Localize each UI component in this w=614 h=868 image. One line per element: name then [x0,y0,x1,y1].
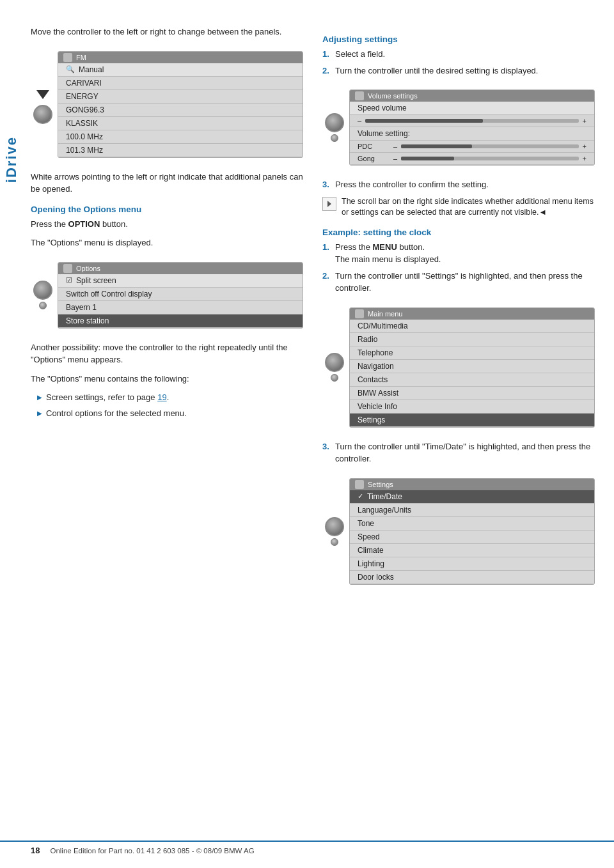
list-item: Lighting [350,557,594,571]
content-area: Move the controller to the left or right… [31,26,595,598]
screen5-titlebar: Settings [350,479,594,490]
controller-1 [31,85,55,124]
controller-dial-2 [33,281,52,300]
ex-step3-text: Turn the controller until "Time/Date" is… [335,440,595,465]
page-number: 18 [31,846,40,855]
list-item: Vehicle Info [350,400,594,414]
controller-dial-5 [325,517,344,536]
list-item: Switch off Control display [58,288,303,301]
contains-para: The "Options" menu contains the followin… [31,373,303,385]
screen5: Settings ✓ Time/Date Language/Units Tone… [349,478,595,585]
plus-pdc: + [583,143,586,150]
bar-fill-1 [365,119,482,123]
right-column: Adjusting settings 1. Select a field. 2.… [322,26,595,598]
controller-5 [322,517,347,546]
step3-text: Press the controller to confirm the sett… [335,178,489,191]
step-1: 1. Select a field. [322,48,595,61]
adjusting-heading: Adjusting settings [322,35,595,44]
screen3-titlebar: Volume settings [350,90,594,102]
options-option-bold: OPTION [68,219,100,229]
screen4-container: Main menu CD/Multimedia Radio Telephone … [322,301,595,434]
controller-small [39,302,47,309]
list-item: Door locks [350,571,594,584]
ex-step-1: 1. Press the MENU button. The main menu … [322,241,595,266]
list-item: Speed [350,531,594,544]
screen2: Options ☑ Split screen Switch off Contro… [58,262,303,329]
controller-small-4 [331,374,338,382]
arrow-down-icon [34,85,52,103]
back-symbol: ◄ [539,208,547,217]
sidebar-label: iDrive [0,64,23,256]
options-step1: Press the OPTION button. [31,218,303,231]
controller-small-3 [331,134,338,142]
list-item: Store station [58,314,303,328]
arrows-note: White arrows pointing to the left or rig… [31,171,303,196]
bullet-text-2: Control options for the selected menu. [46,407,187,420]
gong-label: Gong [358,155,390,162]
controller-3 [322,113,347,142]
minus-pdc: – [393,143,397,150]
list-item: Climate [350,544,594,557]
bullet-text-1: Screen settings, refer to page 19. [46,391,169,404]
controller-dial [33,105,52,124]
step1-text: Select a field. [335,48,385,61]
ex-step3-list: 3. Turn the controller until "Time/Date"… [322,440,595,465]
intro-para: Move the controller to the left or right… [31,26,303,38]
list-item: 100.0 MHz [58,130,303,144]
triangle-icon-2: ▶ [37,408,42,420]
scroll-note-text: The scroll bar on the right side indicat… [342,196,595,219]
ex-step2-text: Turn the controller until "Settings" is … [335,270,595,295]
screen1: FM 🔍 Manual CARIVARI ENERGY GONG96.3 KLA… [58,51,303,158]
settings-icon [355,480,364,489]
controller-dial-4 [325,353,344,372]
example-steps: 1. Press the MENU button. The main menu … [322,241,595,295]
bar-track-1 [365,119,578,123]
plus-label: + [583,117,586,125]
screen2-body: ☑ Split screen Switch off Control displa… [58,274,303,328]
screen1-body: 🔍 Manual CARIVARI ENERGY GONG96.3 KLASSI… [58,63,303,157]
list-item: GONG96.3 [58,104,303,117]
page-container: iDrive Move the controller to the left o… [0,0,614,868]
minus-label: – [358,117,361,125]
another-para: Another possibility: move the controller… [31,341,303,366]
fm-icon [63,53,72,62]
idrive-title: iDrive [3,136,20,183]
adjusting-steps: 1. Select a field. 2. Turn the controlle… [322,48,595,77]
row-text: Split screen [76,276,116,285]
controller-dial-3 [325,113,344,132]
pdc-label: PDC [358,143,390,150]
list-item: ✓ Time/Date [350,490,594,504]
list-item: ☑ Split screen [58,274,303,288]
check-icon: ☑ [66,276,72,284]
list-item: Radio [350,333,594,346]
bar-fill-pdc [401,144,472,148]
options-step2: The "Options" menu is displayed. [31,236,303,249]
scroll-note: The scroll bar on the right side indicat… [322,196,595,219]
vol-bar-1: – + [350,115,594,127]
controller-2 [31,281,55,309]
page-link-19[interactable]: 19 [157,392,166,402]
left-column: Move the controller to the left or right… [31,26,303,598]
volume-icon [355,91,364,100]
ex-step1-text: Press the MENU button. The main menu is … [335,241,441,266]
bar-track-pdc [401,144,578,148]
step2-text: Turn the controller until the desired se… [335,65,538,77]
step-2: 2. Turn the controller until the desired… [322,65,595,77]
list-item: KLASSIK [58,117,303,130]
screen2-titlebar: Options [58,263,303,274]
example-heading: Example: setting the clock [322,228,595,237]
volume-setting-label: Volume setting: [350,127,594,141]
screen2-title: Options [76,265,100,272]
triangle-icon-1: ▶ [37,392,42,404]
bar-track-gong [401,157,578,160]
row-text: Time/Date [367,492,402,501]
list-item: BMW Assist [350,387,594,400]
list-item: Navigation [350,360,594,373]
bullet-item-2: ▶ Control options for the selected menu. [37,407,303,420]
screen5-title: Settings [368,481,393,488]
search-icon: 🔍 [66,65,75,74]
main-menu-icon [355,309,364,318]
controller-4 [322,353,347,382]
scroll-icon [322,197,336,211]
screen1-titlebar: FM [58,52,303,63]
